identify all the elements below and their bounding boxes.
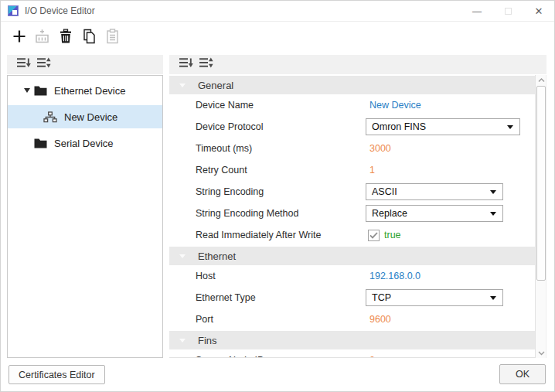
property-row-device-protocol: Device ProtocolOmron FINS	[169, 116, 535, 138]
tree-item-new-device[interactable]: New Device	[8, 105, 162, 128]
folder-icon	[34, 86, 47, 96]
property-value: 1	[366, 165, 375, 176]
dropdown-arrow-icon	[490, 190, 496, 194]
sort-order-icon	[179, 57, 194, 72]
dropdown-arrow-icon	[507, 125, 513, 129]
sort-category-button[interactable]	[34, 57, 54, 73]
delete-icon	[59, 29, 73, 47]
value-field-retry-count[interactable]: 1	[369, 165, 375, 176]
property-label: Read Immediately After Write	[169, 230, 366, 240]
copy-device-button[interactable]	[80, 28, 98, 48]
checkbox-value-label: true	[384, 230, 401, 240]
titlebar: I/O Device Editor — ✕	[1, 1, 554, 22]
section-title: General	[198, 80, 233, 91]
sort-order-button[interactable]	[14, 57, 34, 73]
dropdown-device-protocol[interactable]: Omron FINS	[366, 118, 520, 135]
plus-icon	[12, 29, 27, 47]
close-button[interactable]: ✕	[523, 1, 554, 22]
tree-item-label: Serial Device	[54, 138, 114, 149]
property-value: 192.168.0.0	[366, 271, 421, 281]
property-row-string-encoding-method: String Encoding MethodReplace	[169, 203, 535, 224]
value-field-timeout-ms[interactable]: 3000	[369, 143, 391, 154]
dropdown-selected-value: Omron FINS	[372, 121, 426, 132]
property-value: 9600	[366, 314, 391, 325]
vertical-scrollbar[interactable]	[535, 75, 546, 358]
paste-icon	[106, 29, 119, 47]
scrollbar-thumb[interactable]	[536, 86, 546, 281]
value-field-host[interactable]: 192.168.0.0	[369, 271, 421, 281]
certificates-editor-button[interactable]: Certificates Editor	[9, 365, 105, 384]
property-label: Retry Count	[169, 165, 366, 176]
property-value: true	[366, 230, 401, 241]
property-value: New Device	[366, 100, 421, 111]
tree-item-label: Ethernet Device	[54, 85, 126, 97]
dropdown-ethernet-type[interactable]: TCP	[366, 289, 503, 306]
add-device-icon	[34, 29, 51, 48]
property-label: String Encoding	[169, 186, 366, 197]
maximize-button	[492, 1, 523, 22]
maximize-icon	[505, 8, 512, 15]
dropdown-string-encoding[interactable]: ASCII	[366, 183, 503, 200]
collapse-arrow-icon	[179, 254, 186, 258]
value-field-device-name[interactable]: New Device	[369, 100, 421, 111]
property-panel: GeneralDevice NameNew DeviceDevice Proto…	[169, 55, 546, 358]
property-row-device-name: Device NameNew Device	[169, 94, 535, 116]
device-tree: Ethernet DeviceNew DeviceSerial Device	[7, 75, 163, 358]
scroll-down-button[interactable]	[536, 348, 547, 358]
collapse-arrow-icon	[179, 339, 186, 343]
dropdown-string-encoding-method[interactable]: Replace	[366, 205, 503, 222]
checkbox-icon[interactable]	[368, 230, 380, 241]
sort-category-icon	[37, 57, 52, 72]
value-field-port[interactable]: 9600	[369, 314, 391, 325]
property-row-port: Port9600	[169, 308, 535, 330]
property-row-source-node-id: Source Node ID0	[169, 349, 535, 358]
paste-device-button	[103, 28, 121, 48]
property-label: Host	[169, 271, 366, 281]
dropdown-arrow-icon	[490, 296, 496, 300]
property-row-timeout-ms: Timeout (ms)3000	[169, 138, 535, 159]
window-controls: — ✕	[461, 1, 554, 22]
app-icon	[8, 5, 19, 16]
section-header-ethernet[interactable]: Ethernet	[169, 247, 535, 265]
collapse-arrow-icon	[179, 84, 186, 87]
dropdown-selected-value: ASCII	[372, 186, 397, 197]
property-row-retry-count: Retry Count1	[169, 159, 535, 181]
add-device-group-button	[33, 28, 52, 48]
delete-device-button[interactable]	[56, 28, 75, 48]
value-field-source-node-id[interactable]: 0	[369, 355, 375, 358]
tree-item-ethernet-device[interactable]: Ethernet Device	[8, 80, 162, 101]
io-device-editor-window: I/O Device Editor — ✕ Ethernet DeviceNew…	[0, 0, 555, 392]
property-panel-header	[169, 55, 546, 74]
property-grid: GeneralDevice NameNew DeviceDevice Proto…	[169, 75, 535, 358]
ok-button[interactable]: OK	[499, 364, 546, 384]
section-header-fins[interactable]: Fins	[169, 331, 535, 349]
property-label: Timeout (ms)	[169, 143, 366, 154]
property-label: Ethernet Type	[169, 292, 366, 303]
scroll-up-button[interactable]	[536, 75, 547, 85]
property-value: Omron FINS	[366, 118, 520, 135]
property-row-ethernet-type: Ethernet TypeTCP	[169, 287, 535, 308]
checkbox-read-immediately-after-write[interactable]: true	[368, 230, 401, 241]
property-row-read-immediately-after-write: Read Immediately After Writetrue	[169, 224, 535, 246]
copy-icon	[82, 29, 97, 47]
property-value: TCP	[366, 289, 503, 306]
tree-item-label: New Device	[64, 111, 117, 123]
property-label: Device Name	[169, 100, 366, 111]
property-label: Device Protocol	[169, 121, 366, 132]
property-label: Port	[169, 314, 366, 325]
tree-item-serial-device[interactable]: Serial Device	[8, 133, 162, 153]
sort-category-button[interactable]	[196, 57, 216, 73]
device-tree-panel: Ethernet DeviceNew DeviceSerial Device	[7, 55, 163, 358]
device-icon	[43, 111, 57, 123]
property-value: ASCII	[366, 183, 503, 200]
property-row-host: Host192.168.0.0	[169, 265, 535, 287]
folder-icon	[34, 138, 47, 148]
property-value: 3000	[366, 143, 391, 154]
expander-arrow-icon[interactable]	[20, 88, 34, 93]
sort-order-button[interactable]	[176, 57, 196, 73]
property-row-string-encoding: String EncodingASCII	[169, 181, 535, 203]
minimize-button[interactable]: —	[461, 1, 492, 22]
section-header-general[interactable]: General	[169, 76, 535, 94]
section-title: Ethernet	[198, 251, 236, 262]
add-device-button[interactable]	[10, 28, 29, 48]
